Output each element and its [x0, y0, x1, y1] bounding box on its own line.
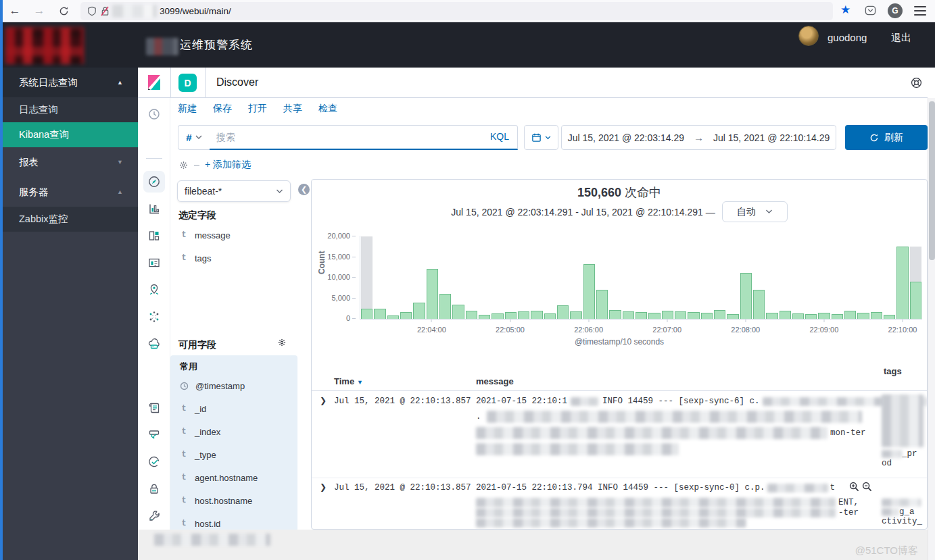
scrollbar-thumb[interactable] [929, 101, 935, 260]
column-header-tags[interactable]: tags [884, 366, 902, 376]
histogram-bar[interactable] [832, 314, 843, 319]
field-item-tags[interactable]: ttags [170, 247, 311, 270]
logs-icon[interactable] [147, 401, 161, 415]
histogram-bar[interactable] [583, 264, 595, 319]
histogram-bar[interactable] [387, 315, 399, 319]
histogram-bar[interactable] [413, 303, 425, 319]
apm-icon[interactable] [147, 428, 161, 442]
field-item-_index[interactable]: t_index [170, 420, 311, 443]
zoom-in-icon[interactable] [849, 482, 859, 492]
histogram-bar[interactable] [596, 290, 608, 319]
histogram-bar[interactable] [544, 313, 556, 319]
visualize-icon[interactable] [147, 202, 161, 215]
histogram-bar[interactable] [727, 314, 738, 319]
histogram-bar[interactable] [910, 282, 921, 319]
interval-select[interactable]: 自动 [722, 201, 788, 222]
histogram-bar[interactable] [792, 313, 804, 319]
histogram-bar[interactable] [492, 313, 503, 319]
field-item-agent.hostname[interactable]: tagent.hostname [170, 466, 311, 489]
histogram-bar[interactable] [871, 312, 882, 319]
histogram-bar[interactable] [400, 312, 412, 319]
recent-clock-icon[interactable] [147, 107, 161, 121]
discover-compass-icon[interactable] [147, 175, 161, 188]
sidebar-item-5[interactable]: Zabbix监控 [3, 207, 138, 232]
histogram-bar[interactable] [466, 311, 477, 319]
histogram-bar[interactable] [740, 273, 752, 319]
menu-link-4[interactable]: 检查 [318, 103, 337, 115]
histogram-bar[interactable] [662, 311, 673, 319]
search-input[interactable] [216, 128, 473, 146]
metrics-icon[interactable] [147, 337, 161, 351]
query-language-label[interactable]: KQL [490, 131, 509, 142]
dashboard-icon[interactable] [147, 229, 161, 243]
histogram-bar[interactable] [479, 315, 490, 319]
histogram-bar[interactable] [780, 311, 791, 319]
dev-tools-wrench-icon[interactable] [147, 509, 161, 523]
menu-link-3[interactable]: 共享 [283, 103, 302, 115]
canvas-icon[interactable] [147, 256, 161, 270]
timepicker-calendar-button[interactable] [524, 125, 558, 150]
field-item-_id[interactable]: t_id [170, 397, 311, 420]
menu-link-1[interactable]: 保存 [213, 103, 232, 115]
sidebar-item-1[interactable]: 日志查询 [3, 97, 138, 122]
histogram-bar[interactable] [609, 310, 621, 319]
histogram-bar[interactable] [818, 313, 830, 319]
expand-row-icon[interactable]: ❯ [320, 482, 327, 492]
browser-profile-avatar[interactable]: G [888, 3, 903, 18]
machine-learning-icon[interactable] [147, 310, 161, 324]
time-to[interactable]: Jul 15, 2021 @ 22:10:14.29 [713, 132, 830, 143]
histogram-bar[interactable] [688, 312, 699, 319]
histogram-bar[interactable] [636, 312, 647, 319]
histogram-bar[interactable] [374, 309, 385, 319]
histogram-bar[interactable] [623, 311, 634, 319]
browser-refresh-icon[interactable] [54, 1, 73, 20]
sidebar-item-3[interactable]: 报表▼ [3, 147, 138, 177]
histogram-bar[interactable] [452, 305, 464, 319]
histogram-bar[interactable] [570, 311, 581, 319]
histogram-bar[interactable] [766, 313, 777, 319]
histogram-bar[interactable] [648, 313, 660, 319]
column-header-time[interactable]: Time▼ [334, 376, 363, 386]
uptime-icon[interactable] [147, 455, 161, 469]
histogram-bar[interactable] [753, 290, 765, 319]
field-item-host.hostname[interactable]: thost.hostname [170, 489, 311, 512]
field-settings-gear-icon[interactable] [277, 338, 287, 347]
sidebar-item-2[interactable]: Kibana查询 [3, 122, 138, 147]
histogram-bar[interactable] [557, 305, 569, 319]
histogram-bar[interactable] [714, 310, 725, 319]
browser-back-icon[interactable]: ← [5, 1, 24, 20]
menu-link-2[interactable]: 打开 [248, 103, 267, 115]
histogram-bar[interactable] [505, 312, 517, 319]
column-header-message[interactable]: message [476, 376, 514, 386]
histogram-bar[interactable] [361, 309, 373, 319]
time-range-control[interactable]: Jul 15, 2021 @ 22:03:14.29 → Jul 15, 202… [561, 125, 836, 150]
sidebar-item-4[interactable]: 服务器▲ [3, 177, 138, 207]
saved-query-menu-button[interactable]: # [178, 125, 210, 150]
histogram-bar[interactable] [518, 311, 529, 319]
field-item-@timestamp[interactable]: @timestamp [170, 374, 311, 397]
user-avatar[interactable] [798, 26, 819, 46]
menu-link-0[interactable]: 新建 [178, 103, 197, 115]
browser-menu-icon[interactable] [914, 6, 926, 16]
histogram-bar[interactable] [857, 313, 869, 319]
logout-link[interactable]: 退出 [891, 32, 911, 45]
browser-forward-icon[interactable]: → [30, 1, 49, 20]
histogram-bar[interactable] [427, 269, 438, 319]
field-item-message[interactable]: tmessage [170, 224, 311, 247]
expand-row-icon[interactable]: ❯ [320, 396, 327, 405]
field-item-_type[interactable]: t_type [170, 443, 311, 466]
histogram-bar[interactable] [675, 311, 686, 319]
time-from[interactable]: Jul 15, 2021 @ 22:03:14.29 [568, 132, 684, 143]
sidebar-item-0[interactable]: 系统日志查询▲ [3, 68, 138, 97]
help-icon[interactable] [911, 77, 922, 88]
kibana-logo[interactable] [146, 74, 164, 91]
histogram-bar[interactable] [896, 247, 908, 319]
histogram-bar[interactable] [701, 313, 713, 319]
add-filter-link[interactable]: + 添加筛选 [205, 159, 251, 171]
scrollbar[interactable] [928, 98, 935, 560]
shield-icon[interactable] [87, 6, 97, 16]
histogram-bar[interactable] [884, 315, 895, 319]
collapse-sidebar-button[interactable]: ❮ [298, 184, 310, 195]
histogram-bar[interactable] [844, 311, 856, 319]
index-pattern-select[interactable]: filebeat-* [177, 180, 291, 202]
